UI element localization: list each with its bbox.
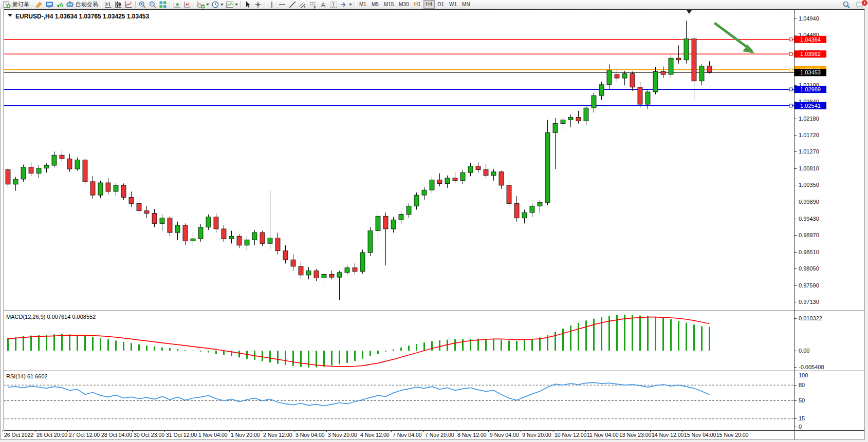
macd-histogram-bar xyxy=(709,327,710,351)
timeframe-h4-button[interactable]: H4 xyxy=(423,0,435,9)
indicators-list-button[interactable] xyxy=(196,1,210,9)
arrows-tool-button[interactable] xyxy=(339,1,353,9)
timeframe-m5-button[interactable]: M5 xyxy=(369,0,381,9)
macd-histogram-bar xyxy=(177,349,178,351)
timeframe-m15-button[interactable]: M15 xyxy=(381,0,396,9)
template-icon xyxy=(226,1,234,9)
text-icon: A xyxy=(319,1,327,9)
macd-histogram-bar xyxy=(339,351,340,364)
candle-body xyxy=(553,124,558,133)
zoom-out-button[interactable] xyxy=(147,1,158,9)
crosshair-button[interactable] xyxy=(253,1,263,9)
macd-histogram-bar xyxy=(501,340,502,351)
rsi-axis-label: 15 xyxy=(799,415,805,421)
new-order-button[interactable]: 新订单 xyxy=(2,1,30,9)
candle-body xyxy=(576,118,581,121)
search-button[interactable] xyxy=(841,1,852,9)
timeframe-w1-button[interactable]: W1 xyxy=(447,0,459,9)
time-tick-label: 10 Nov 12:00 xyxy=(555,432,587,438)
equidistant-channel-tool-button[interactable]: E xyxy=(298,1,308,9)
time-tick-label: 9 Nov 20:00 xyxy=(522,432,551,438)
candle-body xyxy=(584,108,588,121)
text-label-tool-button[interactable]: T xyxy=(328,1,339,9)
candle-body xyxy=(106,183,110,191)
templates-button[interactable] xyxy=(225,1,239,9)
vertical-line-tool-button[interactable] xyxy=(267,1,277,9)
bar-chart-mode-button[interactable] xyxy=(103,1,113,9)
timeframe-mn-button[interactable]: MN xyxy=(459,0,473,9)
community-button[interactable] xyxy=(44,1,54,9)
text-tool-button[interactable]: A xyxy=(318,1,328,9)
fibonacci-tool-button[interactable]: F xyxy=(308,1,318,9)
candle-body xyxy=(376,216,380,230)
macd-histogram-bar xyxy=(454,339,456,351)
time-tick-label: 28 Oct 04:00 xyxy=(101,432,132,438)
macd-histogram-bar xyxy=(38,335,40,351)
macd-histogram-bar xyxy=(354,351,356,361)
chevron-down-icon[interactable] xyxy=(220,4,224,6)
chart-shift-button[interactable] xyxy=(182,1,192,9)
timeframe-m30-button[interactable]: M30 xyxy=(396,0,411,9)
macd-histogram-bar xyxy=(516,341,518,351)
timeframe-m1-button[interactable]: M1 xyxy=(357,0,369,9)
candlestick-mode-button[interactable] xyxy=(113,1,123,9)
time-tick-label: 31 Oct 12:00 xyxy=(166,432,197,438)
cursor-button[interactable] xyxy=(243,1,253,9)
candle-body xyxy=(337,273,342,277)
candle-body xyxy=(622,74,627,78)
zoom-in-button[interactable] xyxy=(137,1,147,9)
time-tick-label: 11 Nov 04:00 xyxy=(587,432,619,438)
notification-badge: 1 xyxy=(862,0,867,6)
candle-body xyxy=(437,180,442,183)
timeframe-h1-button[interactable]: H1 xyxy=(412,0,423,9)
candle-body xyxy=(699,66,704,81)
time-tick-label: 15 Nov 20:00 xyxy=(716,432,749,438)
rsi-axis-label: 50 xyxy=(799,397,805,403)
horizontal-line-tool-button[interactable] xyxy=(277,1,287,9)
line-chart-mode-button[interactable] xyxy=(123,1,134,9)
trendline-tool-button[interactable] xyxy=(287,1,298,9)
chart-canvas[interactable]: 1.049401.044801.040201.035601.031001.026… xyxy=(0,9,868,442)
toolbar-separator xyxy=(101,1,101,8)
chevron-down-icon[interactable] xyxy=(235,4,238,6)
macd-histogram-bar xyxy=(215,351,217,354)
candle-body xyxy=(522,213,527,218)
price-tick-label: 1.00350 xyxy=(799,182,819,188)
cursor-icon xyxy=(244,1,252,9)
candle-body xyxy=(75,160,80,169)
macd-histogram-bar xyxy=(69,334,70,351)
auto-trading-button[interactable]: 自动交易 xyxy=(65,1,99,9)
styler-button[interactable] xyxy=(34,1,44,9)
time-axis[interactable]: 26 Oct 202226 Oct 20:0027 Oct 12:0028 Oc… xyxy=(3,430,749,438)
toolbar-separator xyxy=(194,1,194,8)
tile-windows-button[interactable] xyxy=(158,1,168,9)
candle-body xyxy=(36,168,41,174)
macd-histogram-bar xyxy=(308,351,309,368)
macd-histogram-bar xyxy=(431,341,433,351)
candle-body xyxy=(129,197,134,203)
svg-text:A: A xyxy=(321,1,326,9)
zoom-in-icon xyxy=(138,1,146,9)
candle-body xyxy=(83,160,87,181)
chevron-down-icon[interactable] xyxy=(206,4,209,6)
candle-body xyxy=(345,268,349,273)
chevron-down-icon[interactable] xyxy=(349,4,352,6)
fibonacci-icon: F xyxy=(309,1,317,9)
macd-histogram-bar xyxy=(138,344,140,351)
macd-histogram-bar xyxy=(647,316,649,351)
macd-histogram-bar xyxy=(562,329,564,351)
crosshair-icon xyxy=(254,1,262,9)
signals-icon xyxy=(56,1,64,9)
time-tick-label: 2 Nov 12:00 xyxy=(263,432,292,438)
candle-body xyxy=(383,216,388,229)
time-tick-label: 9 Nov 04:00 xyxy=(490,432,519,438)
candle-body xyxy=(206,217,211,227)
chat-button[interactable]: 1 xyxy=(855,1,865,9)
timeframe-d1-button[interactable]: D1 xyxy=(435,0,447,9)
signals-button[interactable] xyxy=(54,1,65,9)
candle-body xyxy=(391,220,396,229)
candle-body xyxy=(306,271,311,275)
auto-scroll-button[interactable] xyxy=(172,1,182,9)
candle-body xyxy=(630,74,635,87)
periods-button[interactable] xyxy=(210,1,225,9)
